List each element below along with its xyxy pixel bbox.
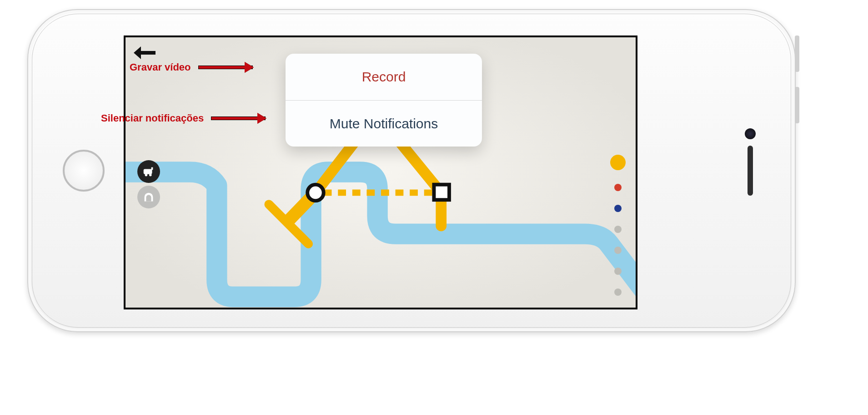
front-camera: [745, 128, 756, 139]
mute-notifications-button[interactable]: Mute Notifications: [286, 100, 482, 147]
annotation-record-label: Gravar vídeo: [130, 61, 191, 73]
svg-rect-3: [151, 167, 153, 170]
back-button[interactable]: [133, 44, 156, 62]
palette-slot-empty[interactable]: [614, 268, 622, 275]
home-button[interactable]: [63, 150, 105, 192]
line-color-palette: [610, 155, 626, 296]
arrow-right-icon: [198, 66, 253, 69]
palette-slot-empty[interactable]: [614, 288, 622, 296]
svg-point-2: [149, 174, 152, 177]
tunnel-token[interactable]: [137, 186, 160, 208]
volume-down-button[interactable]: [795, 87, 799, 123]
palette-slot-empty[interactable]: [614, 247, 622, 254]
screen: Record Mute Notifications: [124, 35, 637, 309]
palette-yellow[interactable]: [610, 155, 626, 170]
palette-red[interactable]: [614, 184, 622, 191]
annotation-record: Gravar vídeo: [130, 61, 253, 73]
arrow-right-icon: [211, 116, 266, 120]
annotation-mute-label: Silenciar notificações: [101, 112, 204, 124]
palette-slot-empty[interactable]: [614, 226, 622, 233]
record-button[interactable]: Record: [286, 54, 482, 100]
train-icon: [142, 165, 156, 178]
station-circle: [307, 185, 324, 201]
svg-rect-0: [144, 169, 152, 174]
svg-point-1: [145, 174, 148, 177]
station-square: [434, 185, 449, 200]
annotation-mute: Silenciar notificações: [101, 112, 266, 124]
arrow-left-icon: [133, 44, 156, 62]
volume-up-button[interactable]: [795, 35, 799, 72]
palette-blue[interactable]: [614, 205, 622, 212]
phone-frame: Record Mute Notifications: [27, 9, 796, 332]
earpiece: [748, 146, 753, 196]
train-token[interactable]: [137, 160, 160, 183]
action-sheet: Record Mute Notifications: [286, 54, 482, 147]
tunnel-icon: [142, 190, 156, 204]
